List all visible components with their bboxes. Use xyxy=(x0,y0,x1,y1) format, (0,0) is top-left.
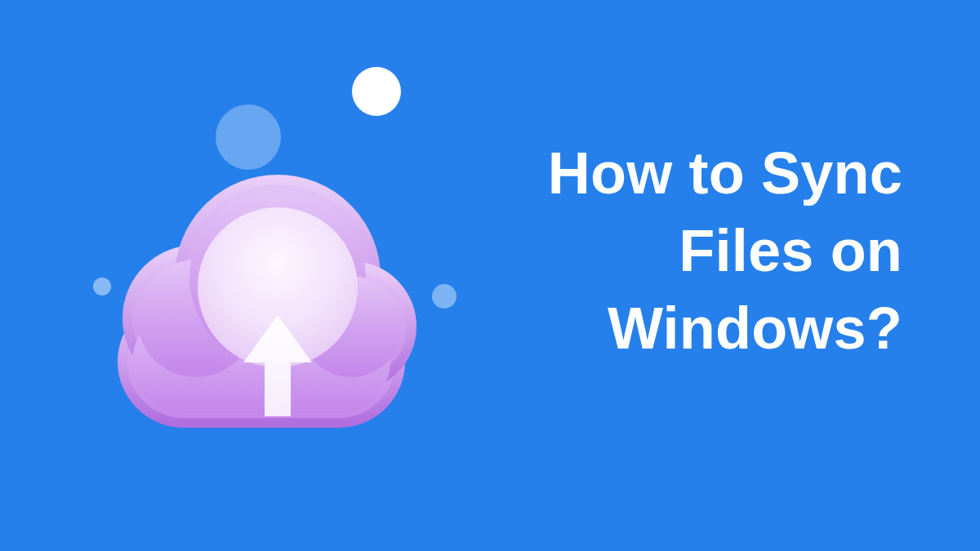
banner-canvas: How to Sync Files on Windows? xyxy=(0,0,980,551)
banner-title: How to Sync Files on Windows? xyxy=(461,135,902,367)
cloud-upload-icon xyxy=(106,163,416,433)
decorative-dot-white xyxy=(352,67,401,116)
decorative-dot-large xyxy=(216,104,281,170)
decorative-dot-small-right xyxy=(432,284,457,309)
